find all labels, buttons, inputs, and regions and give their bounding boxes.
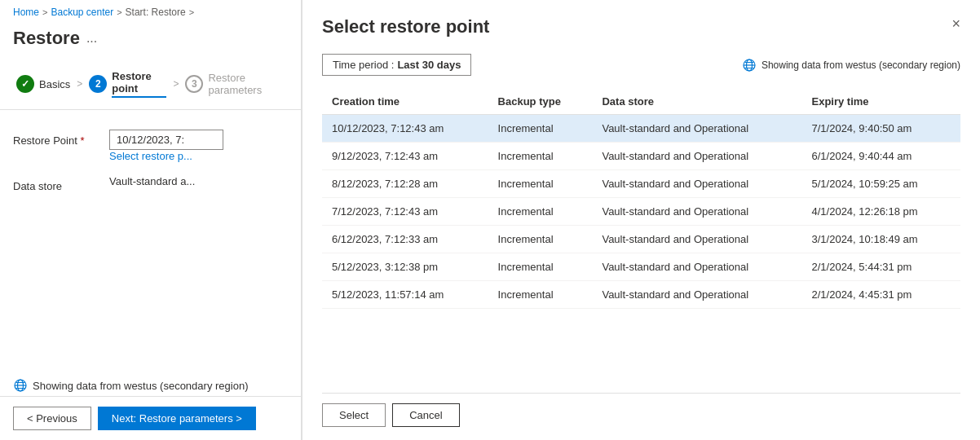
table-row[interactable]: 9/12/2023, 7:12:43 amIncrementalVault-st…: [322, 143, 960, 170]
breadcrumb-sep-2: >: [117, 7, 121, 17]
cell-data-store: Vault-standard and Operational: [592, 198, 801, 226]
breadcrumb-backup-center[interactable]: Backup center: [51, 7, 113, 18]
next-button[interactable]: Next: Restore parameters >: [98, 407, 256, 430]
table-body: 10/12/2023, 7:12:43 amIncrementalVault-s…: [322, 115, 960, 309]
cell-backup-type: Incremental: [488, 115, 593, 143]
cell-data-store: Vault-standard and Operational: [592, 143, 801, 170]
cancel-button[interactable]: Cancel: [392, 403, 459, 427]
col-expiry-time: Expiry time: [802, 89, 961, 115]
region-note-text: Showing data from westus (secondary regi…: [761, 59, 960, 71]
select-restore-link[interactable]: Select restore p...: [109, 150, 223, 162]
more-options-icon[interactable]: ...: [86, 31, 97, 46]
bottom-bar: < Previous Next: Restore parameters >: [0, 396, 301, 440]
breadcrumb-start-restore: Start: Restore: [126, 7, 186, 18]
cell-backup-type: Incremental: [488, 226, 593, 253]
time-period-label: Time period :: [333, 59, 394, 71]
step-params-label: Restore parameters: [208, 72, 285, 96]
step-sep-2: >: [173, 78, 179, 90]
restore-point-row: Restore Point * 10/12/2023, 7: Select re…: [13, 130, 288, 162]
cell-backup-type: Incremental: [488, 281, 593, 309]
step-restore-params: 3 Restore parameters: [182, 67, 288, 101]
cell-backup-type: Incremental: [488, 253, 593, 281]
left-panel: Home > Backup center > Start: Restore > …: [0, 0, 302, 440]
restore-points-table: Creation time Backup type Data store Exp…: [322, 89, 960, 309]
breadcrumb-home[interactable]: Home: [13, 7, 39, 18]
restore-point-input[interactable]: 10/12/2023, 7:: [109, 130, 223, 150]
panel-title: Select restore point: [322, 16, 489, 37]
region-label: Showing data from westus (secondary regi…: [33, 380, 248, 392]
restore-point-label: Restore Point *: [13, 130, 103, 147]
panel-footer: Select Cancel: [322, 393, 960, 427]
table-wrapper: Creation time Backup type Data store Exp…: [322, 89, 960, 386]
step-basics-circle: ✓: [16, 75, 34, 93]
restore-point-input-group: 10/12/2023, 7: Select restore p...: [109, 130, 223, 162]
cell-creation-time: 7/12/2023, 7:12:43 am: [322, 198, 488, 226]
cell-data-store: Vault-standard and Operational: [592, 115, 801, 143]
cell-expiry-time: 4/1/2024, 12:26:18 pm: [802, 198, 961, 226]
panel-header: Select restore point ×: [322, 16, 960, 37]
globe-icon: [13, 378, 28, 393]
cell-creation-time: 10/12/2023, 7:12:43 am: [322, 115, 488, 143]
cell-backup-type: Incremental: [488, 170, 593, 198]
cell-creation-time: 5/12/2023, 11:57:14 am: [322, 281, 488, 309]
cell-data-store: Vault-standard and Operational: [592, 281, 801, 309]
required-marker: *: [80, 134, 84, 147]
page-title-area: Restore ...: [0, 24, 301, 59]
table-row[interactable]: 5/12/2023, 3:12:38 pmIncrementalVault-st…: [322, 253, 960, 281]
cell-expiry-time: 7/1/2024, 9:40:50 am: [802, 115, 961, 143]
data-store-label: Data store: [13, 175, 103, 192]
table-row[interactable]: 5/12/2023, 11:57:14 amIncrementalVault-s…: [322, 281, 960, 309]
cell-creation-time: 5/12/2023, 3:12:38 pm: [322, 253, 488, 281]
col-backup-type: Backup type: [488, 89, 593, 115]
breadcrumb: Home > Backup center > Start: Restore >: [0, 0, 301, 24]
time-period-value: Last 30 days: [397, 59, 461, 71]
page-title: Restore: [13, 28, 80, 49]
cell-data-store: Vault-standard and Operational: [592, 253, 801, 281]
previous-button[interactable]: < Previous: [13, 407, 91, 430]
restore-point-panel: Select restore point × Time period : Las…: [302, 0, 980, 440]
step-sep-1: >: [77, 78, 82, 90]
cell-expiry-time: 2/1/2024, 5:44:31 pm: [802, 253, 961, 281]
breadcrumb-sep-3: >: [189, 7, 194, 17]
cell-expiry-time: 5/1/2024, 10:59:25 am: [802, 170, 961, 198]
step-basics: ✓ Basics: [13, 70, 73, 98]
table-row[interactable]: 10/12/2023, 7:12:43 amIncrementalVault-s…: [322, 115, 960, 143]
step-params-circle: 3: [185, 75, 203, 93]
cell-backup-type: Incremental: [488, 143, 593, 170]
cell-expiry-time: 6/1/2024, 9:40:44 am: [802, 143, 961, 170]
data-store-value: Vault-standard a...: [109, 175, 195, 187]
close-button[interactable]: ×: [951, 16, 960, 31]
step-basics-label: Basics: [39, 78, 70, 90]
step-restore-circle: 2: [89, 75, 107, 93]
form-section: Restore Point * 10/12/2023, 7: Select re…: [0, 123, 301, 375]
select-button[interactable]: Select: [322, 403, 386, 427]
cell-creation-time: 8/12/2023, 7:12:28 am: [322, 170, 488, 198]
cell-data-store: Vault-standard and Operational: [592, 226, 801, 253]
cell-data-store: Vault-standard and Operational: [592, 170, 801, 198]
wizard-steps: ✓ Basics > 2 Restore point > 3 Restore p…: [0, 59, 301, 110]
breadcrumb-sep-1: >: [42, 7, 47, 17]
data-store-row: Data store Vault-standard a...: [13, 175, 288, 192]
table-row[interactable]: 8/12/2023, 7:12:28 amIncrementalVault-st…: [322, 170, 960, 198]
filter-bar: Time period : Last 30 days Showing data …: [322, 54, 960, 76]
cell-expiry-time: 2/1/2024, 4:45:31 pm: [802, 281, 961, 309]
step-restore-label: Restore point: [112, 70, 166, 98]
cell-creation-time: 6/12/2023, 7:12:33 am: [322, 226, 488, 253]
cell-creation-time: 9/12/2023, 7:12:43 am: [322, 143, 488, 170]
table-header: Creation time Backup type Data store Exp…: [322, 89, 960, 115]
table-header-row: Creation time Backup type Data store Exp…: [322, 89, 960, 115]
cell-expiry-time: 3/1/2024, 10:18:49 am: [802, 226, 961, 253]
step-restore-point: 2 Restore point: [86, 65, 170, 103]
region-note: Showing data from westus (secondary regi…: [742, 58, 960, 73]
region-info: Showing data from westus (secondary regi…: [0, 375, 301, 396]
cell-backup-type: Incremental: [488, 198, 593, 226]
table-row[interactable]: 6/12/2023, 7:12:33 amIncrementalVault-st…: [322, 226, 960, 253]
col-data-store: Data store: [592, 89, 801, 115]
col-creation-time: Creation time: [322, 89, 488, 115]
table-row[interactable]: 7/12/2023, 7:12:43 amIncrementalVault-st…: [322, 198, 960, 226]
time-period-button[interactable]: Time period : Last 30 days: [322, 54, 471, 76]
globe-icon-modal: [742, 58, 757, 73]
